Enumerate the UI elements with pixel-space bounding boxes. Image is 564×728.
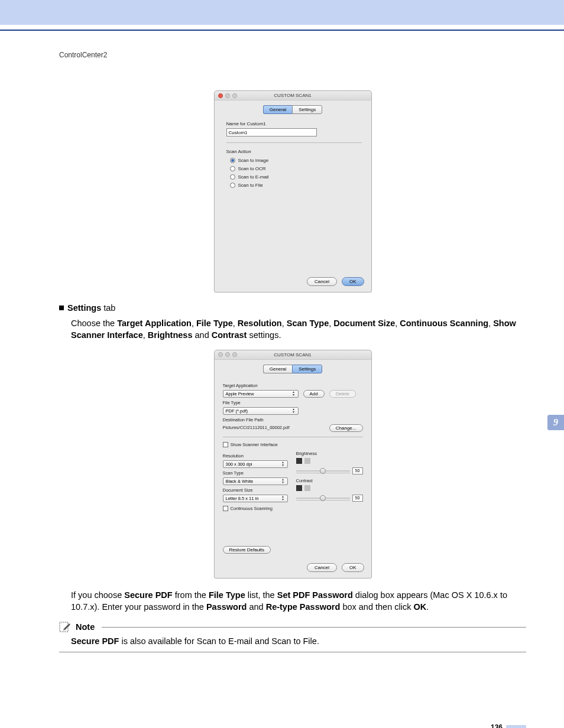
brightness-value[interactable]: 50 — [352, 467, 363, 474]
radio-scan-to-email[interactable]: Scan to E-mail — [230, 174, 362, 180]
checkbox-label: Continuous Scanning — [231, 506, 273, 511]
close-icon — [218, 352, 223, 357]
cancel-button[interactable]: Cancel — [307, 563, 337, 572]
contrast-dark-icon — [296, 485, 302, 491]
dialog-title: CUSTOM SCAN1 — [215, 352, 371, 358]
ok-button[interactable]: OK — [342, 277, 364, 286]
radio-icon — [230, 183, 235, 188]
select-value: Apple Preview — [226, 391, 254, 396]
zoom-icon — [232, 93, 237, 98]
slider-thumb[interactable] — [320, 495, 326, 501]
radio-scan-to-image[interactable]: Scan to Image — [230, 158, 362, 163]
scan-type-label: Scan Type — [223, 470, 288, 476]
divider — [223, 437, 363, 437]
contrast-light-icon — [304, 485, 310, 491]
file-type-label: File Type — [223, 400, 363, 405]
document-size-label: Document Size — [223, 488, 288, 493]
add-button[interactable]: Add — [303, 390, 325, 398]
bullet-icon — [59, 306, 64, 310]
close-icon[interactable] — [218, 93, 223, 98]
tab-settings[interactable]: Settings — [292, 365, 322, 373]
dialog-titlebar: CUSTOM SCAN1 — [215, 350, 371, 360]
restore-defaults-button[interactable]: Restore Defaults — [223, 546, 271, 554]
select-value: Letter 8.5 x 11 in — [226, 496, 259, 501]
dialog-titlebar: CUSTOM SCAN1 — [215, 91, 371, 100]
radio-label: Scan to File — [238, 183, 263, 188]
note-pencil-icon — [59, 621, 72, 633]
custom-name-value: Custom1 — [229, 130, 248, 135]
custom-scan-dialog-general: CUSTOM SCAN1 General Settings Name for C… — [214, 90, 372, 292]
settings-tab-heading: Settings tab — [59, 303, 526, 313]
destination-file-path-value: Pictures/CCI21112011_00002.pdf — [223, 425, 290, 430]
radio-icon — [230, 174, 235, 180]
page-number: 136 — [491, 723, 503, 728]
divider — [226, 142, 362, 143]
radio-label: Scan to OCR — [238, 166, 266, 171]
chevron-updown-icon: ▴▾ — [291, 391, 297, 396]
file-type-select[interactable]: PDF (*.pdf)▴▾ — [223, 407, 299, 415]
page-number-bar — [506, 725, 526, 728]
chapter-side-tab: 9 — [547, 415, 564, 430]
minimize-icon — [225, 93, 230, 98]
radio-scan-to-file[interactable]: Scan to File — [230, 183, 362, 188]
cancel-button[interactable]: Cancel — [307, 277, 337, 286]
page-header-title: ControlCenter2 — [59, 51, 526, 59]
radio-icon — [230, 166, 235, 171]
checkbox-label: Show Scanner Interface — [231, 442, 278, 447]
document-size-select[interactable]: Letter 8.5 x 11 in▴▾ — [223, 495, 288, 502]
contrast-value[interactable]: 50 — [352, 495, 363, 502]
select-value: PDF (*.pdf) — [226, 408, 248, 414]
note-rule — [102, 627, 526, 628]
note-callout: Note Secure PDF is also available for Sc… — [59, 621, 526, 652]
delete-button: Delete — [329, 390, 356, 398]
chevron-updown-icon: ▴▾ — [280, 478, 286, 484]
resolution-select[interactable]: 300 x 300 dpi▴▾ — [223, 460, 288, 468]
custom-name-input[interactable]: Custom1 — [226, 128, 317, 136]
ok-button[interactable]: OK — [342, 563, 364, 572]
continuous-scanning-checkbox[interactable]: Continuous Scanning — [223, 506, 288, 511]
tab-general[interactable]: General — [263, 105, 292, 114]
select-value: Black & White — [226, 479, 254, 484]
radio-label: Scan to E-mail — [238, 174, 269, 180]
tab-general[interactable]: General — [263, 365, 292, 373]
destination-file-path-label: Destination File Path — [223, 417, 363, 422]
chevron-updown-icon: ▴▾ — [280, 461, 286, 467]
checkbox-icon — [223, 506, 228, 511]
dialog-title: CUSTOM SCAN1 — [215, 93, 371, 98]
settings-heading-bold: Settings — [67, 303, 101, 313]
note-body: Secure PDF is also available for Scan to… — [71, 636, 526, 646]
show-scanner-interface-checkbox[interactable]: Show Scanner Interface — [223, 442, 363, 447]
select-value: 300 x 300 dpi — [226, 462, 252, 467]
resolution-label: Resolution — [223, 453, 288, 459]
contrast-slider[interactable] — [296, 496, 350, 500]
note-rule-bottom — [59, 652, 526, 652]
brightness-label: Brightness — [296, 451, 363, 456]
brightness-dark-icon — [296, 458, 302, 464]
chevron-updown-icon: ▴▾ — [280, 495, 286, 501]
target-application-select[interactable]: Apple Preview▴▾ — [223, 390, 299, 398]
secure-pdf-paragraph: If you choose Secure PDF from the File T… — [71, 589, 526, 613]
chevron-updown-icon: ▴▾ — [291, 408, 297, 414]
settings-description-paragraph: Choose the Target Application, File Type… — [71, 317, 526, 342]
target-application-label: Target Application — [223, 383, 363, 388]
radio-scan-to-ocr[interactable]: Scan to OCR — [230, 166, 362, 171]
change-button[interactable]: Change... — [329, 424, 363, 432]
slider-thumb[interactable] — [320, 468, 326, 474]
scan-action-label: Scan Action — [226, 149, 362, 154]
radio-label: Scan to Image — [238, 158, 269, 163]
custom-scan-dialog-settings: CUSTOM SCAN1 General Settings Target App… — [214, 350, 372, 578]
minimize-icon — [225, 352, 230, 357]
zoom-icon — [232, 352, 237, 357]
scan-type-select[interactable]: Black & White▴▾ — [223, 477, 288, 485]
radio-icon — [230, 158, 235, 163]
brightness-light-icon — [304, 458, 310, 464]
contrast-label: Contrast — [296, 478, 363, 483]
tab-settings[interactable]: Settings — [292, 105, 322, 114]
top-header-bar — [0, 0, 564, 25]
note-title: Note — [76, 622, 95, 632]
name-for-custom-label: Name for Custom1 — [226, 121, 362, 126]
settings-heading-suffix: tab — [101, 303, 115, 313]
brightness-slider[interactable] — [296, 469, 350, 473]
checkbox-icon — [223, 442, 228, 447]
